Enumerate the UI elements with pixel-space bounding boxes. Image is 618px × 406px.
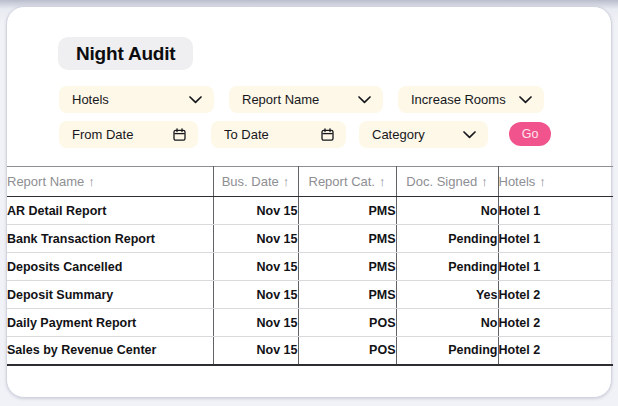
category-dropdown[interactable]: Category [359, 121, 488, 148]
from-date-picker[interactable]: From Date [59, 121, 198, 148]
cell-doc-signed: Yes [396, 281, 498, 309]
calendar-icon [321, 128, 334, 141]
cell-report-name: Bank Transaction Report [7, 225, 213, 253]
column-header-bus-date[interactable]: Bus. Date↑ [213, 167, 298, 197]
cell-doc-signed: Pending [396, 337, 498, 365]
cell-hotels: Hotel 2 [498, 337, 613, 365]
cell-doc-signed: No [396, 309, 498, 337]
report-name-dropdown-label: Report Name [242, 92, 319, 107]
column-header-report-name[interactable]: Report Name↑ [7, 167, 213, 197]
cell-bus-date: Nov 15 [213, 225, 298, 253]
column-header-report-cat[interactable]: Report Cat.↑ [298, 167, 396, 197]
cell-bus-date: Nov 15 [213, 197, 298, 225]
cell-bus-date: Nov 15 [213, 281, 298, 309]
cell-bus-date: Nov 15 [213, 253, 298, 281]
sort-up-icon: ↑ [539, 174, 546, 189]
table-row[interactable]: Deposit Summary Nov 15 PMS Yes Hotel 2 [7, 281, 613, 309]
table-row[interactable]: Deposits Cancelled Nov 15 PMS Pending Ho… [7, 253, 613, 281]
increase-rooms-dropdown-label: Increase Rooms [411, 92, 506, 107]
cell-report-name: AR Detail Report [7, 197, 213, 225]
cell-report-name: Deposit Summary [7, 281, 213, 309]
night-audit-card: Night Audit Hotels Report Name Increase … [6, 6, 612, 398]
hotels-dropdown[interactable]: Hotels [59, 86, 214, 113]
cell-report-cat: POS [298, 337, 396, 365]
cell-hotels: Hotel 1 [498, 253, 613, 281]
table-header-row: Report Name↑ Bus. Date↑ Report Cat.↑ Doc… [7, 167, 613, 197]
table-row[interactable]: AR Detail Report Nov 15 PMS No Hotel 1 [7, 197, 613, 225]
cell-report-cat: PMS [298, 197, 396, 225]
chevron-down-icon [358, 96, 371, 104]
cell-hotels: Hotel 2 [498, 281, 613, 309]
from-date-label: From Date [72, 127, 133, 142]
cell-report-cat: POS [298, 309, 396, 337]
cell-bus-date: Nov 15 [213, 309, 298, 337]
sort-up-icon: ↑ [283, 174, 290, 189]
cell-hotels: Hotel 1 [498, 197, 613, 225]
cell-report-name: Deposits Cancelled [7, 253, 213, 281]
column-header-hotels[interactable]: Hotels↑ [498, 167, 613, 197]
cell-report-name: Daily Payment Report [7, 309, 213, 337]
cell-doc-signed: Pending [396, 225, 498, 253]
cell-hotels: Hotel 2 [498, 309, 613, 337]
cell-report-name: Sales by Revenue Center [7, 337, 213, 365]
chevron-down-icon [463, 131, 476, 139]
table-row[interactable]: Sales by Revenue Center Nov 15 POS Pendi… [7, 337, 613, 365]
go-button[interactable]: Go [509, 122, 551, 146]
increase-rooms-dropdown[interactable]: Increase Rooms [398, 86, 544, 113]
calendar-icon [173, 128, 186, 141]
chevron-down-icon [519, 96, 532, 104]
category-dropdown-label: Category [372, 127, 425, 142]
cell-hotels: Hotel 1 [498, 225, 613, 253]
cell-doc-signed: Pending [396, 253, 498, 281]
table-row[interactable]: Daily Payment Report Nov 15 POS No Hotel… [7, 309, 613, 337]
page-title: Night Audit [58, 37, 193, 70]
sort-up-icon: ↑ [379, 174, 386, 189]
cell-report-cat: PMS [298, 253, 396, 281]
cell-report-cat: PMS [298, 225, 396, 253]
chevron-down-icon [189, 96, 202, 104]
to-date-label: To Date [224, 127, 269, 142]
cell-bus-date: Nov 15 [213, 337, 298, 365]
cell-doc-signed: No [396, 197, 498, 225]
column-header-doc-signed[interactable]: Doc. Signed↑ [396, 167, 498, 197]
to-date-picker[interactable]: To Date [211, 121, 346, 148]
reports-table: Report Name↑ Bus. Date↑ Report Cat.↑ Doc… [7, 166, 613, 366]
table-row[interactable]: Bank Transaction Report Nov 15 PMS Pendi… [7, 225, 613, 253]
sort-up-icon: ↑ [481, 174, 488, 189]
hotels-dropdown-label: Hotels [72, 92, 109, 107]
sort-up-icon: ↑ [88, 174, 95, 189]
cell-report-cat: PMS [298, 281, 396, 309]
report-name-dropdown[interactable]: Report Name [229, 86, 383, 113]
